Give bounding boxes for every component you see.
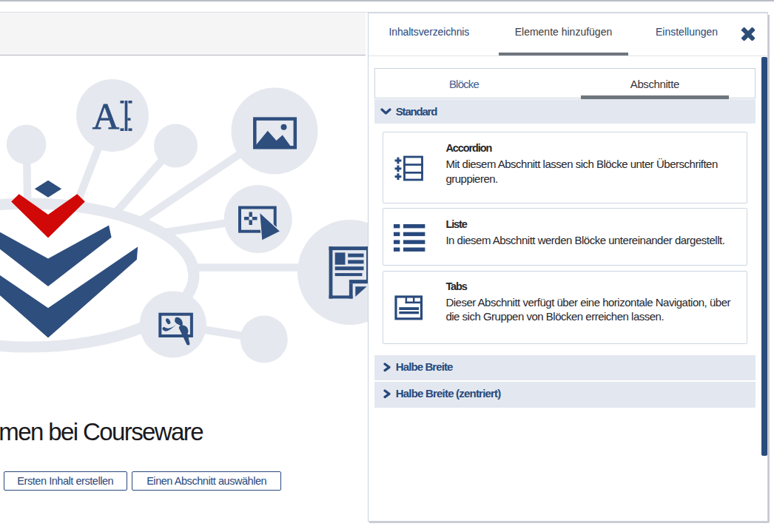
svg-text:A: A	[92, 95, 120, 137]
